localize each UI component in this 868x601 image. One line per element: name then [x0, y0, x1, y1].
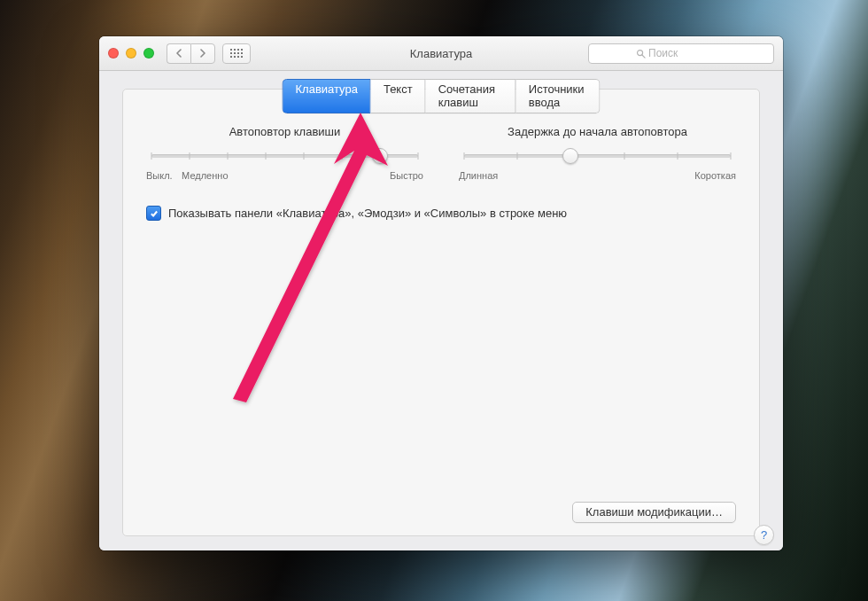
- chevron-right-icon: [199, 49, 206, 58]
- key-repeat-block: Автоповтор клавиши Выкл. Медленно Быстро: [146, 125, 423, 181]
- back-button[interactable]: [167, 43, 190, 64]
- key-repeat-slow-label: Медленно: [182, 170, 228, 181]
- zoom-icon[interactable]: [143, 48, 154, 59]
- inner-panel: Клавиатура Текст Сочетания клавиш Источн…: [122, 89, 760, 536]
- tab-shortcuts[interactable]: Сочетания клавиш: [426, 79, 516, 113]
- tab-keyboard[interactable]: Клавиатура: [283, 79, 371, 113]
- delay-short-label: Короткая: [694, 170, 736, 181]
- delay-slider[interactable]: [464, 147, 731, 165]
- titlebar: Клавиатура Поиск: [99, 36, 783, 71]
- show-panels-checkbox-row: Показывать панели «Клавиатура», «Эмодзи»…: [146, 206, 736, 221]
- preferences-window: Клавиатура Поиск Клавиатура Текст Сочета…: [99, 36, 783, 550]
- checkmark-icon: [150, 209, 159, 218]
- tab-text[interactable]: Текст: [371, 79, 426, 113]
- search-field-wrap: Поиск: [588, 43, 774, 64]
- minimize-icon[interactable]: [126, 48, 136, 59]
- forward-button[interactable]: [190, 43, 215, 64]
- tab-input-sources[interactable]: Источники ввода: [516, 79, 601, 113]
- content-area: Клавиатура Текст Сочетания клавиш Источн…: [99, 71, 783, 550]
- key-repeat-tick-labels: Выкл. Медленно Быстро: [146, 170, 423, 181]
- delay-track-knob[interactable]: [562, 148, 578, 164]
- help-button[interactable]: ?: [754, 525, 774, 545]
- key-repeat-slider[interactable]: [151, 147, 418, 165]
- show-panels-checkbox-label: Показывать панели «Клавиатура», «Эмодзи»…: [168, 207, 567, 220]
- show-panels-checkbox[interactable]: [146, 206, 161, 221]
- sliders-row: Автоповтор клавиши Выкл. Медленно Быстро…: [146, 125, 736, 181]
- search-input[interactable]: [588, 43, 774, 64]
- key-repeat-fast-label: Быстро: [390, 170, 423, 181]
- chevron-left-icon: [175, 49, 182, 58]
- delay-block: Задержка до начала автоповтора Длинная К…: [459, 125, 736, 181]
- window-controls: [108, 48, 154, 59]
- tab-bar: Клавиатура Текст Сочетания клавиш Источн…: [283, 79, 601, 113]
- nav-back-forward: [167, 43, 215, 64]
- grid-icon: [230, 49, 243, 58]
- close-icon[interactable]: [108, 48, 119, 59]
- delay-label: Задержка до начала автоповтора: [459, 125, 736, 138]
- delay-long-label: Длинная: [459, 170, 498, 181]
- bottom-row: Клавиши модификации…: [146, 502, 736, 523]
- show-all-button[interactable]: [222, 43, 251, 64]
- key-repeat-off-label: Выкл.: [146, 170, 173, 181]
- delay-tick-labels: Длинная Короткая: [459, 170, 736, 181]
- repeat-track-knob[interactable]: [372, 148, 388, 164]
- key-repeat-label: Автоповтор клавиши: [146, 125, 423, 138]
- modifier-keys-button[interactable]: Клавиши модификации…: [572, 502, 736, 523]
